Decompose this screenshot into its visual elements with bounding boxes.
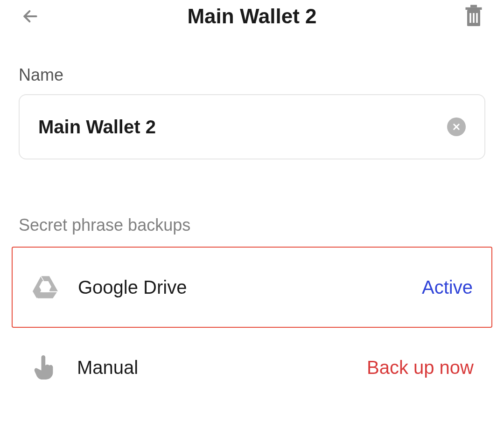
clear-name-button[interactable]: [447, 117, 466, 136]
backup-status: Active: [422, 277, 473, 298]
backup-row-google-drive[interactable]: Google Drive Active: [12, 247, 492, 328]
arrow-left-icon: [21, 7, 39, 25]
close-icon: [452, 123, 461, 131]
backups-header: Secret phrase backups: [0, 215, 504, 235]
backup-label: Manual: [77, 357, 367, 378]
header: Main Wallet 2: [0, 0, 504, 33]
backup-row-manual[interactable]: Manual Back up now: [12, 328, 492, 407]
backup-status: Back up now: [367, 357, 474, 378]
google-drive-icon: [31, 273, 59, 301]
svg-rect-5: [473, 13, 475, 23]
name-input-wrapper[interactable]: [19, 94, 485, 159]
svg-rect-2: [466, 7, 482, 10]
name-input[interactable]: [38, 117, 447, 138]
hand-pointer-icon: [30, 353, 58, 381]
trash-icon: [464, 5, 483, 28]
back-button[interactable]: [19, 5, 42, 28]
delete-button[interactable]: [462, 5, 485, 28]
svg-rect-4: [469, 13, 471, 23]
backup-label: Google Drive: [78, 277, 422, 298]
svg-rect-3: [470, 5, 477, 7]
page-title: Main Wallet 2: [187, 5, 316, 28]
svg-rect-6: [476, 13, 478, 23]
name-label: Name: [0, 65, 504, 85]
